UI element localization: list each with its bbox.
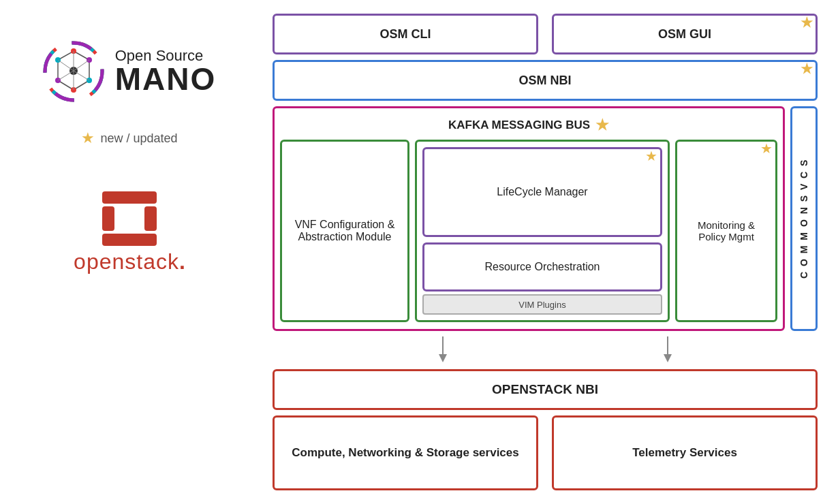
kafka-star: ★	[595, 116, 609, 134]
vnf-config-box: VNF Configuration & Abstraction Module	[280, 140, 409, 322]
legend-text: new / updated	[100, 131, 177, 146]
svg-marker-23	[439, 354, 447, 362]
svg-rect-17	[102, 191, 157, 204]
svg-rect-19	[102, 206, 114, 231]
osm-gui-label: OSM GUI	[658, 27, 711, 42]
monitoring-star: ★	[760, 140, 773, 157]
telemetry-label: Telemetry Services	[632, 446, 737, 460]
row-top: OSM CLI OSM GUI ★	[273, 14, 818, 54]
legend: ★ new / updated	[81, 129, 177, 147]
vim-plugins-box: VIM Plugins	[422, 294, 662, 315]
osm-cli-label: OSM CLI	[380, 27, 431, 42]
kafka-label: KAFKA MESSAGING BUS	[448, 119, 590, 132]
arrows-svg	[273, 336, 818, 364]
lifecycle-star: ★	[645, 148, 657, 164]
osm-nbi-star: ★	[801, 61, 813, 77]
osm-nbi-label: OSM NBI	[518, 74, 571, 88]
compute-label: Compute, Networking & Storage services	[292, 446, 518, 460]
openstack-dot: .	[179, 249, 185, 274]
star-icon: ★	[81, 129, 95, 147]
mano-text: Open Source MANO	[115, 48, 217, 95]
common-svcs-box: C O M M O N S V C S	[790, 106, 818, 331]
mano-logo-area: Open Source MANO ★ new / updated	[43, 41, 217, 147]
svg-line-15	[58, 71, 74, 80]
openstack-logo-area: openstack .	[74, 188, 185, 274]
osm-gui-box: OSM GUI ★	[552, 14, 818, 54]
svg-line-16	[58, 60, 74, 71]
row-nbi: OSM NBI ★	[273, 60, 818, 101]
row-openstack-nbi: OPENSTACK NBI	[273, 369, 818, 410]
diagram-panel: OSM CLI OSM GUI ★ OSM NBI ★ KAFKA MESSAG…	[259, 0, 838, 504]
row-kafka-outer: KAFKA MESSAGING BUS ★ VNF Configuration …	[273, 106, 818, 331]
lifecycle-label: LifeCycle Manager	[497, 186, 587, 198]
mano-circle-icon	[43, 41, 104, 102]
row-bottom: Compute, Networking & Storage services T…	[273, 415, 818, 490]
left-panel: Open Source MANO ★ new / updated opensta…	[0, 0, 259, 504]
kafka-section: KAFKA MESSAGING BUS ★ VNF Configuration …	[273, 106, 785, 331]
common-svcs-label: C O M M O N S V C S	[798, 159, 809, 279]
openstack-nbi-box: OPENSTACK NBI	[273, 369, 818, 410]
monitoring-label: Monitoring & Policy Mgmt	[684, 219, 769, 242]
svg-rect-20	[144, 206, 157, 231]
vnf-config-label: VNF Configuration & Abstraction Module	[289, 219, 401, 243]
mano-label: MANO	[115, 63, 217, 95]
vim-plugins-label: VIM Plugins	[518, 300, 565, 310]
osm-cli-box: OSM CLI	[273, 14, 538, 54]
compute-box: Compute, Networking & Storage services	[273, 415, 538, 490]
monitoring-box: Monitoring & Policy Mgmt ★	[675, 140, 777, 322]
middle-column: LifeCycle Manager ★ Resource Orchestrati…	[415, 140, 670, 322]
svg-line-12	[74, 60, 89, 71]
arrows-row	[273, 336, 818, 364]
svg-marker-25	[664, 354, 672, 362]
svg-rect-18	[102, 234, 157, 246]
kafka-inner: VNF Configuration & Abstraction Module L…	[280, 140, 777, 322]
resource-orch-label: Resource Orchestration	[485, 261, 600, 273]
openstack-icon	[92, 188, 167, 249]
telemetry-box: Telemetry Services	[552, 415, 818, 490]
svg-rect-21	[117, 206, 142, 231]
osm-gui-star: ★	[801, 14, 813, 31]
svg-line-13	[74, 71, 89, 80]
openstack-nbi-label: OPENSTACK NBI	[492, 382, 598, 397]
osm-nbi-box: OSM NBI ★	[273, 60, 818, 101]
resource-orch-box: Resource Orchestration	[422, 242, 662, 292]
resource-orch-area: Resource Orchestration VIM Plugins	[422, 242, 662, 315]
kafka-title: KAFKA MESSAGING BUS ★	[280, 114, 777, 140]
lifecycle-box: LifeCycle Manager ★	[422, 147, 662, 237]
mano-logo: Open Source MANO	[43, 41, 217, 102]
openstack-text: openstack	[74, 249, 179, 274]
